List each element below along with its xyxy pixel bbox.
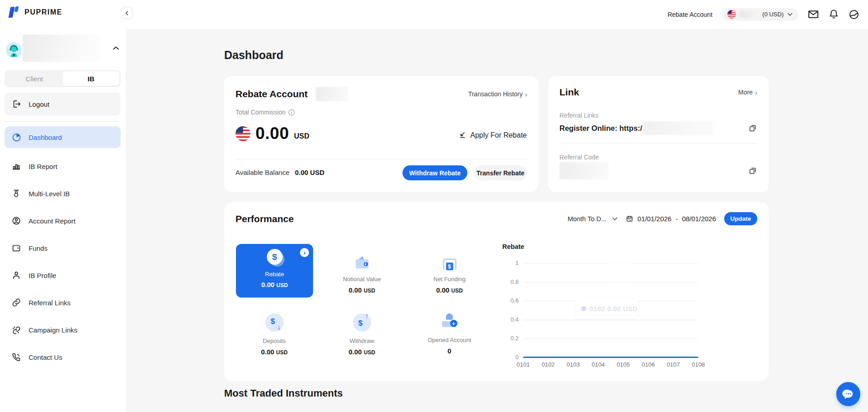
- total-commission-amount: 0.00 USD: [235, 124, 309, 143]
- puprime-logo-icon: [6, 5, 21, 20]
- sidebar-item-funds[interactable]: Funds: [5, 237, 121, 259]
- chart-tooltip: 0102 0.00 USD: [575, 298, 638, 318]
- ib-profile-icon: [11, 270, 22, 281]
- brand-name: PUPRIME: [25, 8, 62, 16]
- sidebar: PUPRIME Client IB: [0, 0, 126, 412]
- transaction-history-link[interactable]: Transaction History ›: [468, 90, 527, 98]
- apply-rebate-icon: [458, 131, 466, 139]
- period-dropdown[interactable]: Month To D...: [568, 215, 618, 223]
- chart-title: Rebate: [502, 243, 524, 250]
- link-card-title: Link: [559, 87, 579, 98]
- globe-icon[interactable]: [848, 9, 859, 20]
- total-commission-label: Total Commission: [235, 109, 295, 116]
- referral-link-value: Register Online: https:/: [559, 124, 642, 133]
- chevron-up-icon[interactable]: [113, 46, 119, 50]
- referral-links-icon: [11, 297, 22, 308]
- more-link[interactable]: More ›: [738, 89, 757, 96]
- rebate-account-card: Rebate Account Transaction History › Tot…: [224, 76, 539, 192]
- commission-currency: USD: [294, 132, 309, 140]
- sidebar-item-account-report[interactable]: Account Report: [5, 210, 121, 232]
- transfer-rebate-button[interactable]: Transfer Rebate: [474, 165, 527, 180]
- tile-withdraw[interactable]: $↑ Withdraw 0.00 USD: [318, 313, 406, 356]
- chevron-down-icon: [612, 217, 618, 221]
- calendar-icon: [626, 215, 633, 223]
- logout-label: Logout: [29, 100, 49, 108]
- sidebar-item-label: Contact Us: [29, 353, 62, 361]
- sidebar-divider: [5, 121, 121, 122]
- logout-button[interactable]: Logout: [5, 93, 121, 115]
- bell-icon[interactable]: [829, 9, 839, 20]
- dashboard-icon: [11, 132, 22, 143]
- client-ib-toggle: Client IB: [5, 70, 121, 87]
- sidebar-item-label: Dashboard: [29, 134, 62, 141]
- y-axis-tick: 0.4: [502, 316, 519, 323]
- tile-net-funding[interactable]: $ Net Funding 0.00 USD: [406, 244, 493, 294]
- series-dot-icon: [581, 306, 586, 311]
- date-to: 08/01/2026: [682, 215, 716, 223]
- x-axis-tick: 0108: [692, 361, 705, 368]
- chevron-down-icon: [787, 13, 793, 16]
- sidebar-item-label: Funds: [29, 244, 48, 252]
- y-axis-tick: 0.8: [502, 278, 519, 285]
- main-area: Dashboard Rebate Account Transaction His…: [126, 29, 868, 412]
- withdraw-rebate-button[interactable]: Withdraw Rebate: [402, 165, 467, 180]
- x-axis-tick: 0105: [617, 361, 630, 368]
- sidebar-item-ib-profile[interactable]: IB Profile: [5, 264, 121, 286]
- referral-links-label: Referral Links: [559, 112, 598, 119]
- card-divider: [559, 143, 757, 144]
- chevron-left-icon: [124, 10, 130, 16]
- withdraw-icon: $↑: [353, 313, 371, 332]
- sidebar-item-label: Referral Links: [29, 299, 71, 307]
- tile-notional-value[interactable]: Notional Value 0.00 USD: [318, 244, 406, 294]
- logout-icon: [11, 99, 22, 109]
- tile-rebate[interactable]: $ › Rebate 0.00 USD: [236, 244, 313, 298]
- rebate-coin-icon: $: [267, 249, 283, 265]
- us-flag-icon: [727, 10, 736, 19]
- mail-icon[interactable]: [808, 9, 819, 20]
- chevron-right-icon: ›: [525, 91, 527, 98]
- chevron-right-icon[interactable]: ›: [300, 248, 309, 257]
- funds-icon: [11, 243, 22, 253]
- x-axis-tick: 0106: [642, 361, 655, 368]
- sidebar-item-label: IB Report: [29, 163, 57, 170]
- y-axis-tick: 1: [502, 259, 519, 266]
- tile-deposits[interactable]: $↓ Deposits 0.00 USD: [230, 313, 318, 356]
- info-icon[interactable]: [288, 109, 295, 116]
- copy-icon[interactable]: [748, 124, 757, 133]
- multi-level-ib-icon: [11, 188, 22, 199]
- profile-summary[interactable]: [6, 35, 121, 62]
- apply-for-rebate-link[interactable]: Apply For Rebate: [458, 131, 527, 139]
- sidebar-collapse-button[interactable]: [121, 7, 133, 19]
- rebate-card-title: Rebate Account: [235, 89, 308, 99]
- sidebar-item-label: Multi-Level IB: [29, 190, 70, 198]
- us-flag-icon: [235, 126, 250, 141]
- sidebar-item-dashboard[interactable]: Dashboard: [5, 126, 121, 148]
- performance-card: Performance Month To D... 01/01/2026 - 0…: [224, 202, 769, 381]
- sidebar-item-campaign-links[interactable]: Campaign Links: [5, 319, 121, 341]
- tile-opened-account[interactable]: + Opened Account 0: [406, 313, 493, 355]
- sidebar-item-multi-level-ib[interactable]: Multi-Level IB: [5, 183, 121, 204]
- toggle-ib[interactable]: IB: [63, 71, 119, 86]
- x-axis-tick: 0104: [592, 361, 605, 368]
- chat-widget-button[interactable]: [836, 382, 860, 406]
- profile-name-blurred: [23, 35, 100, 62]
- sidebar-item-referral-links[interactable]: Referral Links: [5, 292, 121, 313]
- net-funding-icon: $: [443, 251, 456, 270]
- rebate-chart: Rebate 0102 0.00 USD 00.20.40.60.8101010…: [502, 242, 716, 369]
- toggle-client[interactable]: Client: [6, 71, 63, 86]
- sidebar-item-contact-us[interactable]: Contact Us: [5, 346, 121, 368]
- available-balance: Available Balance 0.00 USD: [235, 169, 324, 176]
- x-axis-tick: 0103: [567, 361, 580, 368]
- account-selector[interactable]: (0 USD): [722, 8, 798, 21]
- chart-blur-patch: [607, 247, 631, 282]
- account-balance: (0 USD): [762, 11, 784, 18]
- update-button[interactable]: Update: [724, 212, 757, 225]
- sidebar-item-ib-report[interactable]: IB Report: [5, 155, 121, 177]
- ib-report-icon: [11, 161, 22, 172]
- date-range-picker[interactable]: 01/01/2026 - 08/01/2026: [626, 215, 716, 223]
- y-axis-tick: 0.2: [502, 335, 519, 342]
- copy-icon[interactable]: [748, 166, 757, 175]
- wallet-icon: [353, 251, 371, 270]
- performance-title: Performance: [235, 213, 294, 224]
- y-axis-tick: 0.6: [502, 297, 519, 304]
